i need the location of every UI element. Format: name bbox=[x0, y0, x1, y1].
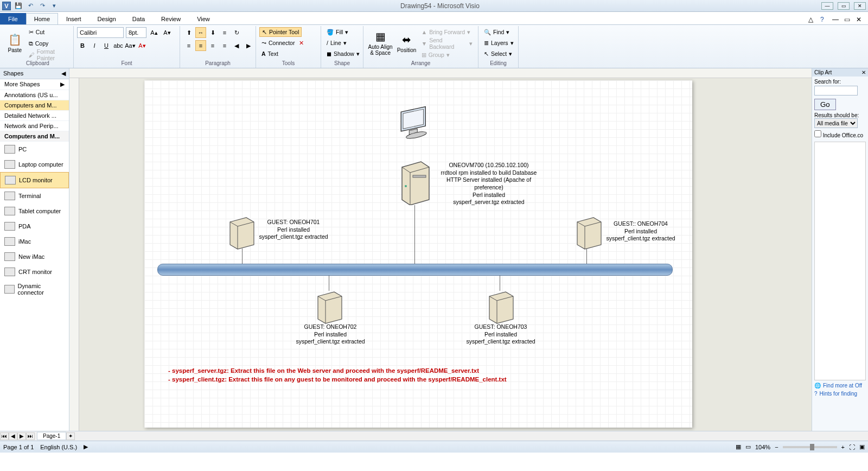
prev-page-button[interactable]: ◀ bbox=[9, 432, 17, 440]
collapse-icon[interactable]: ◀ bbox=[61, 70, 66, 77]
insert-tab[interactable]: Insert bbox=[58, 13, 90, 24]
font-color-button[interactable]: A▾ bbox=[137, 40, 148, 51]
redo-icon[interactable]: ↷ bbox=[38, 2, 47, 10]
shape-pc[interactable]: PC bbox=[0, 142, 69, 157]
align-center-button[interactable]: ≡ bbox=[195, 40, 206, 51]
rotate-text-button[interactable]: ↻ bbox=[231, 27, 242, 38]
shape-guest1[interactable] bbox=[226, 213, 258, 251]
view-tab[interactable]: View bbox=[189, 13, 218, 24]
layers-button[interactable]: ≣Layers▾ bbox=[482, 38, 516, 48]
macro-icon[interactable]: ▶ bbox=[84, 443, 88, 450]
shape-pda[interactable]: PDA bbox=[0, 219, 69, 234]
inc-indent-button[interactable]: ▶ bbox=[243, 40, 254, 51]
data-tab[interactable]: Data bbox=[124, 13, 153, 24]
case-button[interactable]: Aa▾ bbox=[125, 40, 136, 51]
first-page-button[interactable]: ⏮ bbox=[0, 432, 9, 440]
hints-link[interactable]: ?Hints for finding bbox=[814, 391, 866, 397]
media-type-select[interactable]: All media file t bbox=[814, 118, 858, 128]
review-tab[interactable]: Review bbox=[153, 13, 189, 24]
qat-more-icon[interactable]: ▾ bbox=[50, 2, 59, 10]
maximize-button[interactable]: ▭ bbox=[838, 2, 850, 10]
bullets-button[interactable]: ≡ bbox=[219, 27, 230, 38]
save-icon[interactable]: 💾 bbox=[14, 2, 23, 10]
connector-main[interactable] bbox=[414, 205, 415, 264]
shape-laptop[interactable]: Laptop computer bbox=[0, 157, 69, 172]
find-button[interactable]: 🔍Find▾ bbox=[482, 27, 512, 37]
strike-button[interactable]: abc bbox=[113, 40, 124, 51]
line-button[interactable]: /Line▾ bbox=[324, 38, 349, 48]
shadow-button[interactable]: ◼Shadow▾ bbox=[324, 49, 362, 59]
help-icon[interactable]: ? bbox=[820, 16, 829, 24]
grow-font-icon[interactable]: A▴ bbox=[149, 27, 159, 38]
zoom-out-button[interactable]: − bbox=[775, 444, 778, 450]
connector-guest1[interactable] bbox=[242, 249, 242, 264]
shape-new-imac[interactable]: New iMac bbox=[0, 249, 69, 264]
pointer-tool-button[interactable]: ↖Pointer Tool bbox=[259, 27, 302, 37]
text-note1[interactable]: - sysperf_server.tgz: Extract this file … bbox=[168, 367, 548, 375]
italic-button[interactable]: I bbox=[89, 40, 100, 51]
next-page-button[interactable]: ▶ bbox=[17, 432, 26, 440]
connector-guest4[interactable] bbox=[586, 249, 587, 264]
send-backward-button[interactable]: ▼Send Backward▾ bbox=[419, 39, 475, 48]
align-justify-button[interactable]: ≡ bbox=[219, 40, 230, 51]
page-tab[interactable]: Page-1 bbox=[37, 432, 66, 440]
include-office-checkbox[interactable] bbox=[814, 130, 821, 137]
new-page-button[interactable]: ✦ bbox=[66, 432, 75, 440]
zoom-level[interactable]: 104% bbox=[755, 444, 770, 450]
more-shapes-item[interactable]: More Shapes▶ bbox=[0, 79, 69, 90]
shrink-font-icon[interactable]: A▾ bbox=[162, 27, 173, 38]
stencil-annotations[interactable]: Annotations (US u... bbox=[0, 90, 69, 100]
drawing-canvas[interactable]: ONEOVM700 (10.250.102.100) rrdtool rpm i… bbox=[79, 78, 812, 431]
dec-indent-button[interactable]: ◀ bbox=[231, 40, 242, 51]
file-tab[interactable]: File bbox=[0, 13, 26, 24]
minimize-button[interactable]: — bbox=[821, 2, 833, 10]
fit-page-button[interactable]: ⛶ bbox=[849, 444, 855, 450]
text-note2[interactable]: - sysperf_client.tgz: Extract this file … bbox=[168, 375, 548, 384]
last-page-button[interactable]: ⏭ bbox=[26, 432, 35, 440]
shape-imac[interactable]: iMac bbox=[0, 234, 69, 249]
align-left-button[interactable]: ≡ bbox=[183, 40, 194, 51]
zoom-slider[interactable] bbox=[783, 446, 837, 448]
design-tab[interactable]: Design bbox=[90, 13, 124, 24]
format-painter-button[interactable]: 🖌Format Painter bbox=[27, 50, 70, 60]
shape-monitor[interactable] bbox=[395, 102, 436, 145]
view-normal-icon[interactable]: ▭ bbox=[745, 443, 751, 450]
shape-tablet[interactable]: Tablet computer bbox=[0, 203, 69, 219]
font-size-input[interactable] bbox=[126, 27, 146, 38]
drawing-page[interactable]: ONEOVM700 (10.250.102.100) rrdtool rpm i… bbox=[144, 80, 692, 428]
home-tab[interactable]: Home bbox=[26, 13, 58, 24]
connector-tool-button[interactable]: ⤳Connector ✕ bbox=[259, 38, 306, 48]
text-guest1[interactable]: GUEST: ONEOH701 Perl installed sysperf_c… bbox=[258, 219, 329, 241]
doc-close-icon[interactable]: ✕ bbox=[856, 16, 865, 24]
shape-lcd[interactable]: LCD monitor bbox=[0, 172, 69, 188]
close-icon[interactable]: ✕ bbox=[861, 69, 866, 75]
align-bottom-button[interactable]: ⬇ bbox=[207, 27, 218, 38]
shape-crt[interactable]: CRT monitor bbox=[0, 264, 69, 279]
view-presentation-icon[interactable]: ▦ bbox=[736, 443, 741, 450]
select-button[interactable]: ↖Select▾ bbox=[482, 49, 514, 59]
shape-server-main[interactable] bbox=[397, 156, 435, 205]
shape-guest3[interactable] bbox=[485, 288, 518, 326]
doc-restore-icon[interactable]: ▭ bbox=[844, 16, 853, 24]
shape-bus[interactable] bbox=[157, 264, 673, 276]
text-server-main[interactable]: ONEOVM700 (10.250.102.100) rrdtool rpm i… bbox=[440, 162, 538, 206]
text-guest4[interactable]: GUEST:: ONEOH704 Perl installed sysperf_… bbox=[605, 220, 676, 243]
autoalign-button[interactable]: ▦Auto Align & Space bbox=[367, 27, 394, 59]
text-guest3[interactable]: GUEST: ONEOH703 Perl installed sysperf_c… bbox=[465, 323, 536, 346]
zoom-in-button[interactable]: + bbox=[841, 444, 845, 450]
doc-min-icon[interactable]: — bbox=[832, 16, 841, 24]
cut-button[interactable]: ✂Cut bbox=[27, 27, 70, 37]
go-button[interactable]: Go bbox=[814, 99, 836, 110]
copy-button[interactable]: ⧉Copy bbox=[27, 39, 70, 48]
align-right-button[interactable]: ≡ bbox=[207, 40, 218, 51]
bold-button[interactable]: B bbox=[77, 40, 88, 51]
font-name-input[interactable] bbox=[77, 27, 124, 38]
fill-button[interactable]: 🪣Fill▾ bbox=[324, 27, 350, 37]
lang-status[interactable]: English (U.S.) bbox=[40, 444, 77, 450]
ribbon-min-icon[interactable]: △ bbox=[808, 16, 817, 24]
align-middle-button[interactable]: ↔ bbox=[195, 27, 206, 38]
stencil-computers[interactable]: Computers and M... bbox=[0, 100, 69, 111]
shape-guest4[interactable] bbox=[573, 213, 605, 251]
text-tool-button[interactable]: AText bbox=[259, 49, 280, 59]
group-button[interactable]: ⊞Group▾ bbox=[419, 50, 475, 60]
